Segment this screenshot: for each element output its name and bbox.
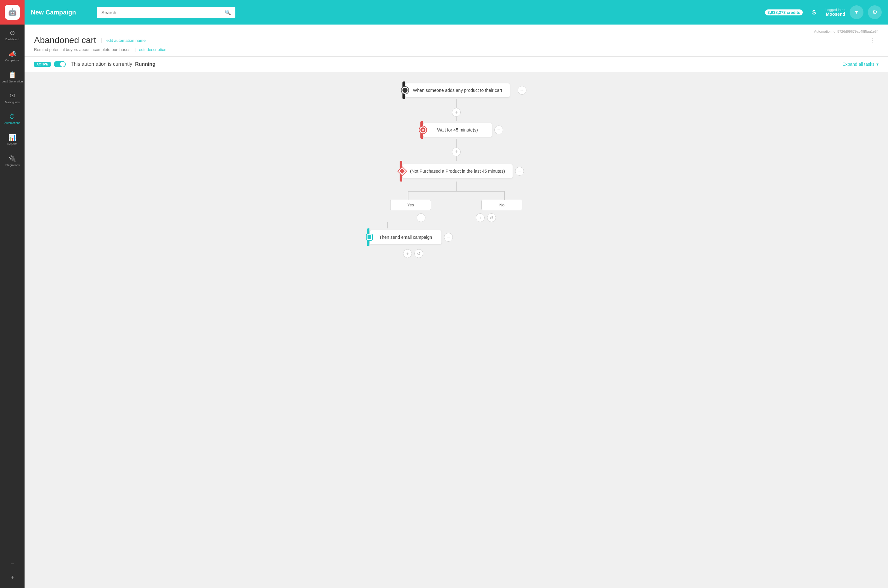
condition-box[interactable]: (Not Purchased a Product in the last 45 … [402, 164, 513, 178]
branch-actions-row: + + ↺ [417, 213, 496, 222]
email-dot-wrap: Then send email campaign − [369, 230, 442, 244]
active-toggle[interactable] [54, 61, 66, 68]
email-box[interactable]: Then send email campaign − [369, 230, 442, 244]
header-right: 3,938,273 credits $ Logged in as Moosend… [765, 5, 882, 19]
status-bar: ACTIVE This automation is currently Runn… [24, 57, 888, 72]
trigger-node-wrap: When someone adds any product to their c… [402, 81, 510, 99]
email-node-wrap: Then send email campaign − [367, 228, 442, 246]
credits-button[interactable]: $ [807, 5, 821, 19]
sidebar-item-reports[interactable]: 📊 Reports [0, 129, 24, 150]
flow-canvas: When someone adds any product to their c… [24, 72, 888, 588]
automations-icon: ⏱ [9, 113, 15, 120]
email-node-actions: + ↺ [403, 249, 423, 258]
branch-no-button[interactable]: No [482, 200, 522, 210]
yes-connector-line [387, 222, 388, 228]
add-between-2-3[interactable]: + [452, 147, 460, 156]
expand-all-tasks-button[interactable]: Expand all tasks ▾ [842, 62, 879, 67]
search-input[interactable] [101, 10, 223, 15]
app-logo: 🤖 [5, 5, 20, 20]
connector-line-1 [456, 99, 457, 108]
dashboard-icon: ⊙ [10, 29, 15, 36]
sidebar-item-integrations[interactable]: 🔌 Integrations [0, 150, 24, 171]
add-between-1-2[interactable]: + [452, 108, 460, 117]
title-divider: | [101, 38, 102, 43]
automation-id: Automation Id: 5726d99679ac49f5aa1e84 [34, 30, 879, 33]
sidebar-item-campaigns[interactable]: 📣 Campaigns [0, 46, 24, 67]
toggle-wrap: ACTIVE [34, 61, 66, 68]
chevron-down-icon: ▾ [876, 62, 879, 67]
branch-left-down [408, 191, 408, 200]
connector-line-2b [456, 156, 457, 161]
branch-yes-add-button[interactable]: + [417, 213, 425, 222]
wait-dot: D [420, 126, 426, 134]
page-description: Remind potential buyers about incomplete… [34, 47, 132, 52]
connector-line-1b [456, 117, 457, 121]
branch-no-actions: + ↺ [476, 213, 496, 222]
settings-button[interactable]: ⚙ [868, 5, 882, 19]
yes-branch-connector [387, 222, 388, 228]
wait-text: Wait for 45 minute(s) [437, 128, 478, 132]
email-dot [367, 234, 372, 240]
trigger-add-button[interactable]: + [518, 86, 526, 95]
main-wrapper: New Campaign 🔍 3,938,273 credits $ Logge… [24, 0, 888, 588]
subtitle-divider: | [135, 47, 136, 52]
sidebar-nav: ⊙ Dashboard 📣 Campaigns 📋 Lead Generatio… [0, 24, 24, 558]
sidebar: 🤖 ⊙ Dashboard 📣 Campaigns 📋 Lead Generat… [0, 0, 24, 588]
condition-minus-button[interactable]: − [515, 167, 524, 176]
branch-no-add-button[interactable]: + [476, 213, 484, 222]
campaigns-icon: 📣 [9, 50, 16, 58]
page-title: Abandoned cart [34, 35, 96, 45]
wait-dot-wrap: D Wait for 45 minute(s) − [423, 123, 492, 137]
trigger-text: When someone adds any product to their c… [413, 88, 502, 93]
condition-node-wrap: (Not Purchased a Product in the last 45 … [400, 161, 513, 182]
wait-box[interactable]: Wait for 45 minute(s) − [423, 123, 492, 137]
page-header: Automation Id: 5726d99679ac49f5aa1e84 Ab… [24, 24, 888, 57]
sidebar-item-mailing-lists[interactable]: ✉ Mailing lists [0, 87, 24, 108]
email-repeat-button[interactable]: ↺ [414, 249, 423, 258]
sidebar-item-collapse[interactable]: − [9, 558, 15, 572]
plus-icon: + [10, 574, 14, 581]
email-node: Then send email campaign − [367, 228, 442, 246]
connector-1: + [452, 99, 460, 121]
page-subtitle: Remind potential buyers about incomplete… [34, 47, 879, 52]
sidebar-item-add[interactable]: + [9, 572, 15, 585]
branch-buttons-row: Yes No [390, 200, 522, 210]
email-add-button[interactable]: + [403, 249, 412, 258]
email-minus-button[interactable]: − [444, 233, 453, 242]
sidebar-bottom: − + [9, 558, 15, 588]
sidebar-item-dashboard[interactable]: ⊙ Dashboard [0, 24, 24, 46]
branch-section: Yes No + + ↺ [346, 182, 566, 228]
condition-node: (Not Purchased a Product in the last 45 … [400, 161, 513, 182]
header-title: New Campaign [31, 9, 94, 16]
sidebar-logo: 🤖 [0, 0, 24, 24]
search-bar[interactable]: 🔍 [97, 7, 236, 18]
content: Automation Id: 5726d99679ac49f5aa1e84 Ab… [24, 24, 888, 588]
sidebar-item-lead-generation[interactable]: 📋 Lead Generation [0, 67, 24, 88]
connector-line-2 [456, 139, 457, 147]
more-options-button[interactable]: ⋮ [867, 35, 879, 45]
lead-generation-icon: 📋 [9, 71, 16, 79]
branch-yes-button[interactable]: Yes [390, 200, 431, 210]
header: New Campaign 🔍 3,938,273 credits $ Logge… [24, 0, 888, 24]
page-title-row: Abandoned cart | edit automation name ⋮ [34, 35, 879, 45]
integrations-icon: 🔌 [9, 155, 16, 162]
sidebar-item-automations[interactable]: ⏱ Automations [0, 108, 24, 129]
branch-yes-actions: + [417, 213, 425, 222]
wait-node-wrap: D Wait for 45 minute(s) − [420, 121, 492, 139]
mailing-lists-icon: ✉ [10, 92, 15, 99]
wait-minus-button[interactable]: − [494, 126, 503, 134]
edit-description-link[interactable]: edit description [139, 47, 166, 52]
email-text: Then send email campaign [379, 235, 432, 240]
branch-no-repeat-button[interactable]: ↺ [487, 213, 496, 222]
wait-node: D Wait for 45 minute(s) − [420, 121, 492, 139]
active-label: ACTIVE [34, 62, 51, 67]
condition-dot-wrap: (Not Purchased a Product in the last 45 … [402, 164, 513, 178]
edit-automation-name-link[interactable]: edit automation name [106, 38, 146, 43]
trigger-dot-wrap: When someone adds any product to their c… [405, 83, 510, 98]
branch-horizontal-line [408, 191, 505, 192]
credits-value: 3,938,273 credits [765, 10, 803, 15]
condition-text: (Not Purchased a Product in the last 45 … [410, 169, 505, 174]
trigger-box[interactable]: When someone adds any product to their c… [405, 83, 510, 98]
trigger-node[interactable]: When someone adds any product to their c… [402, 81, 510, 99]
dropdown-button[interactable]: ▼ [850, 5, 864, 19]
